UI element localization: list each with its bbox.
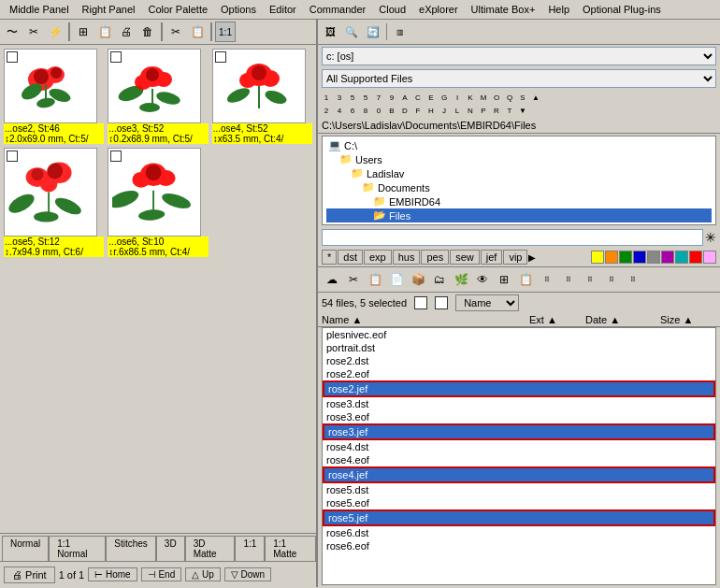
thumb-img-rose6[interactable] bbox=[108, 148, 201, 237]
menu-help[interactable]: Help bbox=[542, 2, 575, 17]
print-button[interactable]: 🖨 Print bbox=[4, 566, 55, 583]
select-btn[interactable]: ✂ bbox=[23, 22, 44, 42]
file-row-rose5dst[interactable]: rose5.dst bbox=[323, 483, 715, 496]
act-copy2[interactable]: 🗂 bbox=[429, 269, 450, 290]
deselect-checkbox[interactable] bbox=[435, 296, 448, 309]
act-copy[interactable]: 📋 bbox=[365, 269, 385, 290]
letter-9[interactable]: 9 bbox=[385, 91, 398, 104]
ext-dst[interactable]: dst bbox=[338, 250, 363, 265]
letter-S[interactable]: S bbox=[516, 91, 529, 104]
menu-ultimate-box[interactable]: Ultimate Box+ bbox=[466, 2, 541, 17]
thumb-rose3[interactable]: ...ose3, St:52 ↕0.2x68.9 mm, Ct:5/ bbox=[108, 49, 208, 144]
magic-btn[interactable]: ⚡ bbox=[45, 22, 65, 42]
home-button[interactable]: ⊢ Home bbox=[88, 567, 137, 581]
file-row-plesnivec[interactable]: plesnivec.eof bbox=[323, 328, 715, 341]
letter-O[interactable]: O bbox=[490, 91, 503, 104]
letter-0[interactable]: 0 bbox=[372, 104, 385, 117]
tab-1to1-matte[interactable]: 1:1 Matte bbox=[265, 536, 316, 561]
tab-stitches[interactable]: Stitches bbox=[106, 536, 156, 561]
color-green[interactable] bbox=[619, 251, 632, 264]
letter-C[interactable]: C bbox=[411, 91, 425, 104]
letter-7[interactable]: 7 bbox=[372, 91, 385, 104]
ext-more-btn[interactable]: ▶ bbox=[528, 252, 536, 263]
color-cyan[interactable] bbox=[675, 251, 688, 264]
file-row-rose5eof[interactable]: rose5.eof bbox=[323, 496, 715, 509]
act-cut[interactable]: ✂ bbox=[343, 269, 364, 290]
letter-4[interactable]: 4 bbox=[333, 104, 346, 117]
file-row-rose4eof[interactable]: rose4.eof bbox=[323, 453, 715, 466]
file-row-rose4jef[interactable]: rose4.jef bbox=[323, 466, 715, 483]
letter-B[interactable]: B bbox=[385, 104, 398, 117]
letter-D[interactable]: D bbox=[398, 104, 411, 117]
color-gray[interactable] bbox=[647, 251, 660, 264]
col-name[interactable]: Name ▲ bbox=[322, 314, 529, 325]
star-icon[interactable]: ✳ bbox=[705, 230, 716, 245]
end-button[interactable]: ⊣ End bbox=[141, 567, 182, 581]
thumb-rose2[interactable]: ...ose2, St:46 ↕2.0x69.0 mm, Ct:5/ bbox=[4, 49, 104, 144]
act-cloud[interactable]: ☁ bbox=[322, 269, 342, 290]
wave-btn[interactable]: 〜 bbox=[2, 22, 22, 42]
act-dots3[interactable]: ⠿ bbox=[580, 269, 600, 290]
file-row-rose2jef[interactable]: rose2.jef bbox=[323, 380, 715, 397]
rt-btn-2[interactable]: 🔍 bbox=[341, 22, 362, 42]
letter-J[interactable]: J bbox=[438, 104, 451, 117]
letter-A[interactable]: A bbox=[398, 91, 411, 104]
delete-btn[interactable]: 🗑 bbox=[137, 22, 158, 42]
thumb-checkbox-rose4[interactable] bbox=[215, 51, 226, 63]
ext-vip[interactable]: vip bbox=[503, 250, 527, 265]
filter-select[interactable]: All Supported Files bbox=[322, 69, 716, 88]
tree-ladislav[interactable]: 📁 Ladislav bbox=[326, 166, 712, 180]
act-grid[interactable]: ⊞ bbox=[494, 269, 514, 290]
menu-right-panel[interactable]: Right Panel bbox=[77, 2, 141, 17]
ext-jef[interactable]: jef bbox=[481, 250, 503, 265]
thumb-img-rose4[interactable] bbox=[212, 49, 306, 123]
act-list[interactable]: 📋 bbox=[515, 269, 536, 290]
letter-G[interactable]: G bbox=[438, 91, 451, 104]
letter-P[interactable]: P bbox=[477, 104, 490, 117]
color-purple[interactable] bbox=[661, 251, 674, 264]
act-dots4[interactable]: ⠿ bbox=[601, 269, 622, 290]
tree-embird64[interactable]: 📁 EMBIRD64 bbox=[326, 194, 712, 208]
tab-3d-matte[interactable]: 3D Matte bbox=[185, 536, 236, 561]
menu-commander[interactable]: Commander bbox=[304, 2, 372, 17]
letter-Q[interactable]: Q bbox=[503, 91, 516, 104]
letter-R[interactable]: R bbox=[490, 104, 503, 117]
letter-1[interactable]: 1 bbox=[320, 91, 333, 104]
letter-2[interactable]: 2 bbox=[320, 104, 333, 117]
tree-users[interactable]: 📁 Users bbox=[326, 152, 712, 166]
letter-down[interactable]: ▼ bbox=[516, 104, 529, 117]
letter-I[interactable]: I bbox=[451, 91, 464, 104]
print-tb-btn[interactable]: 🖨 bbox=[116, 22, 137, 42]
ext-pes[interactable]: pes bbox=[421, 250, 449, 265]
file-row-rose5jef[interactable]: rose5.jef bbox=[323, 509, 715, 526]
letter-M[interactable]: M bbox=[477, 91, 490, 104]
file-row-rose6dst[interactable]: rose6.dst bbox=[323, 526, 715, 539]
file-list[interactable]: plesnivec.eof portrait.dst rose2.dst ros… bbox=[322, 327, 716, 585]
letter-L[interactable]: L bbox=[451, 104, 464, 117]
act-dots5[interactable]: ⠿ bbox=[623, 269, 643, 290]
tree-documents[interactable]: 📁 Documents bbox=[326, 180, 712, 194]
col-size[interactable]: Size ▲ bbox=[660, 314, 716, 325]
ext-all[interactable]: * bbox=[322, 250, 337, 265]
thumb-checkbox-rose5[interactable] bbox=[7, 151, 18, 162]
thumb-rose5[interactable]: ...ose5, St:12 ↕.7x94.9 mm, Ct:6/ bbox=[4, 148, 104, 257]
tab-1to1[interactable]: 1:1 bbox=[235, 536, 265, 561]
ext-sew[interactable]: sew bbox=[450, 250, 480, 265]
drive-select[interactable]: c: [os] bbox=[322, 47, 716, 65]
paste-btn[interactable]: 📋 bbox=[94, 22, 115, 42]
file-row-rose4dst[interactable]: rose4.dst bbox=[323, 440, 715, 453]
letter-5b[interactable]: 5 bbox=[359, 91, 372, 104]
letter-H[interactable]: H bbox=[425, 104, 438, 117]
sort-dropdown[interactable]: Name bbox=[455, 294, 519, 311]
thumb-rose6[interactable]: ...ose6, St:10 ↕r.6x86.5 mm, Ct:4/ bbox=[108, 148, 208, 257]
letter-K[interactable]: K bbox=[464, 91, 477, 104]
quick-filter-input[interactable] bbox=[322, 229, 703, 246]
thumb-checkbox-rose2[interactable] bbox=[7, 51, 18, 63]
file-row-rose2eof[interactable]: rose2.eof bbox=[323, 367, 715, 380]
thumb-rose4[interactable]: ...ose4, St:52 ↕x63.5 mm, Ct:4/ bbox=[212, 49, 312, 144]
letter-T[interactable]: T bbox=[503, 104, 516, 117]
menu-options[interactable]: Options bbox=[215, 2, 262, 17]
copy-btn[interactable]: ⊞ bbox=[73, 22, 94, 42]
letter-E[interactable]: E bbox=[425, 91, 438, 104]
file-row-rose3jef[interactable]: rose3.jef bbox=[323, 423, 715, 440]
